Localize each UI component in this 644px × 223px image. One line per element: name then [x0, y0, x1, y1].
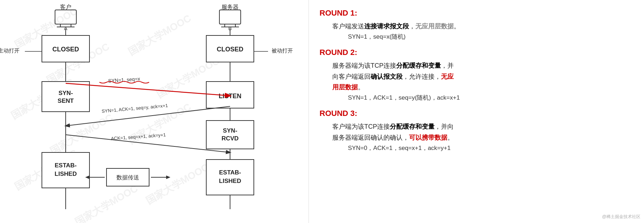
svg-rect-3 [219, 10, 241, 24]
msg1-label: SYN=1, seq=x [108, 76, 140, 84]
state-syn-rcvd: RCVD [222, 135, 239, 142]
explanation-panel: ROUND 1: 客户端发送连接请求报文段，无应用层数据。 SYN=1，seq=… [309, 0, 644, 223]
svg-text:ESTAB-: ESTAB- [55, 162, 77, 169]
diagram-panel: 国家大学MOOC 国家大学MOOC 国家大学MOOC 国家大学MOOC 国家大学… [0, 0, 309, 223]
passive-open-label: 被动打开 [272, 48, 293, 54]
svg-text:SYN-: SYN- [59, 90, 73, 96]
round-2-bold2: 确认报文段 [371, 73, 403, 80]
state-syn-sent: SENT [58, 97, 74, 104]
msg3-label: ACK=1, seq=x+1, ack=y+1 [111, 132, 166, 141]
svg-rect-10 [42, 82, 89, 112]
svg-rect-0 [55, 10, 76, 24]
round-1-text: 客户端发送连接请求报文段，无应用层数据。 [320, 21, 633, 32]
footer-note: @稀土掘金技术社区 [602, 213, 640, 220]
round-2-formula: SYN=1，ACK=1，seq=y(随机)，ack=x+1 [320, 93, 633, 103]
round-3-formula: SYN=0，ACK=1，seq=x+1，ack=y+1 [320, 143, 633, 154]
round-2-text: 服务器端为该TCP连接分配缓存和变量，并 向客户端返回确认报文段，允许连接，无应… [320, 60, 633, 93]
round-1-formula: SYN=1，seq=x(随机) [320, 32, 633, 42]
round-1-block: ROUND 1: 客户端发送连接请求报文段，无应用层数据。 SYN=1，seq=… [320, 6, 633, 42]
round-3-block: ROUND 3: 客户端为该TCP连接分配缓存和变量，并向 服务器端返回确认的确… [320, 107, 633, 153]
round-2-title: ROUND 2: [320, 46, 633, 59]
msg2-label: SYN=1, ACK=1, seq=y, ack=x+1 [102, 103, 168, 114]
client-label: 客户 [60, 4, 71, 10]
state-closed-left: CLOSED [52, 46, 79, 53]
round-1-bold2: 无应用层数据 [415, 23, 454, 30]
active-open-label: 主动打开 [0, 48, 20, 54]
round-1-title: ROUND 1: [320, 6, 633, 19]
svg-marker-28 [166, 175, 170, 179]
state-closed-right: CLOSED [217, 46, 243, 53]
state-listen: LISTEN [219, 93, 241, 100]
svg-rect-17 [206, 121, 254, 149]
round-3-title: ROUND 3: [320, 107, 633, 120]
round-1-bold1: 连接请求报文段 [364, 23, 409, 30]
round-3-text: 客户端为该TCP连接分配缓存和变量，并向 服务器端返回确认的确认，可以携带数据。 [320, 121, 633, 143]
server-label: 服务器 [222, 4, 239, 10]
round-2-bold1: 分配缓存和变量 [396, 62, 441, 69]
svg-rect-19 [206, 160, 254, 195]
round-3-bold1: 分配缓存和变量 [390, 123, 435, 130]
svg-rect-12 [42, 152, 89, 188]
svg-text:SYN-: SYN- [223, 127, 238, 134]
svg-text:ESTAB-: ESTAB- [219, 169, 241, 176]
state-established-right: LISHED [219, 178, 241, 184]
state-established-left: LISHED [55, 171, 77, 177]
svg-line-21 [66, 83, 230, 96]
tcp-handshake-diagram: 客户 A 服务器 B CLOSED 主动打开 SYN- SENT ESTAB- … [0, 0, 309, 223]
round-2-block: ROUND 2: 服务器端为该TCP连接分配缓存和变量，并 向客户端返回确认报文… [320, 46, 633, 103]
data-transfer-label: 数据传送 [116, 174, 139, 180]
round-3-bold2: 可以携带数据 [409, 134, 447, 141]
